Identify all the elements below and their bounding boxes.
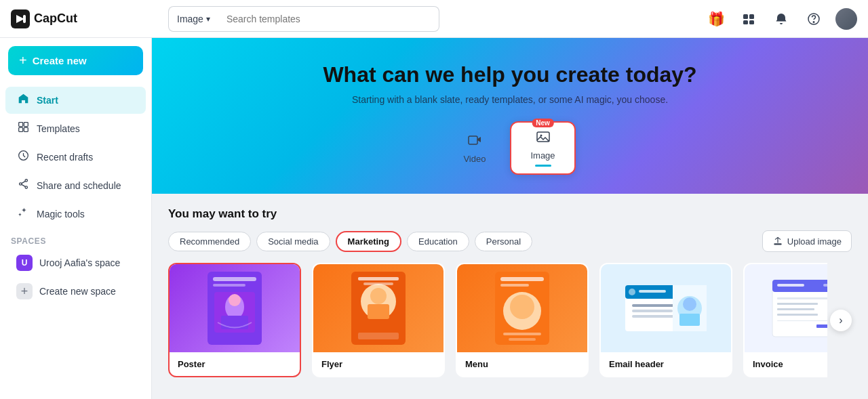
hero-tab-image[interactable]: New Image bbox=[510, 121, 575, 175]
cards-row: Poster bbox=[168, 263, 827, 377]
logo-text: CapCut bbox=[34, 12, 77, 26]
search-type-label: Image bbox=[177, 14, 203, 24]
clock-icon bbox=[16, 150, 30, 165]
card-poster[interactable]: Poster bbox=[168, 263, 301, 377]
card-thumb-invoice bbox=[745, 264, 827, 352]
cards-container: Poster bbox=[168, 263, 852, 377]
chevron-down-icon: ▾ bbox=[206, 14, 210, 24]
avatar[interactable] bbox=[835, 8, 857, 30]
filter-row: Recommended Social media Marketing Educa… bbox=[168, 230, 852, 252]
topbar: CapCut Image ▾ 🎁 bbox=[0, 0, 868, 38]
card-label-invoice: Invoice bbox=[745, 352, 827, 376]
scroll-right-button[interactable]: › bbox=[830, 310, 852, 331]
card-email-header[interactable]: Email header bbox=[599, 263, 732, 377]
hero-banner: What can we help you create today? Start… bbox=[152, 38, 868, 194]
card-menu[interactable]: Menu bbox=[456, 263, 589, 377]
sidebar-item-start-label: Start bbox=[37, 95, 58, 106]
create-new-button[interactable]: + Create new bbox=[8, 46, 143, 75]
card-label-menu: Menu bbox=[457, 352, 587, 376]
tab-underline bbox=[535, 165, 551, 167]
email-illustration bbox=[618, 272, 713, 345]
card-label-email-header: Email header bbox=[601, 352, 731, 376]
svg-rect-57 bbox=[823, 284, 827, 287]
svg-rect-3 bbox=[749, 14, 754, 19]
hero-tab-video[interactable]: Video bbox=[444, 126, 505, 171]
sidebar-item-templates-label: Templates bbox=[37, 123, 80, 134]
card-label-poster: Poster bbox=[170, 352, 300, 376]
poster-illustration bbox=[208, 272, 262, 345]
svg-rect-16 bbox=[469, 136, 477, 144]
svg-rect-61 bbox=[777, 308, 814, 310]
upload-image-button[interactable]: Upload image bbox=[762, 230, 852, 252]
svg-point-14 bbox=[25, 186, 27, 188]
svg-rect-59 bbox=[777, 303, 818, 305]
filter-recommended[interactable]: Recommended bbox=[168, 232, 251, 251]
sidebar-item-share[interactable]: Share and schedule bbox=[5, 172, 146, 199]
svg-rect-10 bbox=[18, 127, 22, 131]
capcut-logo-icon bbox=[11, 9, 30, 28]
svg-rect-65 bbox=[777, 320, 827, 321]
card-thumb-menu bbox=[457, 264, 587, 352]
search-bar: Image ▾ bbox=[168, 6, 439, 32]
svg-rect-8 bbox=[18, 123, 22, 127]
sidebar-item-recent[interactable]: Recent drafts bbox=[5, 144, 146, 171]
main-layout: + Create new Start Templates Recent draf… bbox=[0, 38, 868, 399]
svg-rect-30 bbox=[368, 304, 389, 319]
card-thumb-poster bbox=[170, 264, 300, 352]
filter-education[interactable]: Education bbox=[407, 232, 469, 251]
card-label-flyer: Flyer bbox=[313, 352, 443, 376]
templates-icon bbox=[16, 121, 30, 136]
svg-rect-1 bbox=[23, 15, 26, 23]
svg-rect-21 bbox=[213, 277, 256, 281]
svg-rect-58 bbox=[777, 297, 827, 299]
sidebar-item-start[interactable]: Start bbox=[5, 87, 146, 114]
image-tab-icon bbox=[536, 129, 551, 148]
gift-button[interactable]: 🎁 bbox=[705, 8, 727, 30]
video-tab-icon bbox=[467, 133, 482, 151]
create-new-label: Create new bbox=[33, 55, 87, 66]
svg-rect-52 bbox=[679, 314, 700, 326]
svg-rect-35 bbox=[500, 277, 544, 281]
svg-rect-63 bbox=[777, 314, 818, 316]
sidebar-item-recent-label: Recent drafts bbox=[37, 152, 93, 163]
card-invoice[interactable]: Invoice bbox=[743, 263, 827, 377]
main-content: What can we help you create today? Start… bbox=[152, 38, 868, 399]
search-type-dropdown[interactable]: Image ▾ bbox=[168, 6, 218, 32]
svg-point-15 bbox=[19, 183, 21, 185]
filter-social-media[interactable]: Social media bbox=[256, 232, 330, 251]
space-avatar-urooj: U bbox=[16, 255, 33, 271]
svg-rect-36 bbox=[500, 284, 529, 287]
sidebar-item-magic-label: Magic tools bbox=[37, 209, 85, 219]
notification-button[interactable] bbox=[770, 8, 792, 30]
sidebar-space-urooj[interactable]: U Urooj Aafia's space bbox=[5, 249, 146, 276]
sidebar-create-space[interactable]: + Create new space bbox=[5, 278, 146, 305]
topbar-right: 🎁 bbox=[705, 8, 857, 30]
invoice-illustration bbox=[762, 272, 827, 345]
svg-rect-56 bbox=[777, 284, 804, 287]
section-title: You may want to try bbox=[168, 207, 852, 221]
hero-tabs: Video New Image bbox=[179, 121, 841, 175]
help-button[interactable] bbox=[803, 8, 825, 30]
filter-personal[interactable]: Personal bbox=[475, 232, 532, 251]
svg-rect-9 bbox=[24, 123, 28, 127]
svg-point-29 bbox=[370, 288, 387, 304]
svg-point-7 bbox=[813, 21, 814, 22]
menu-illustration bbox=[495, 272, 549, 345]
layout-button[interactable] bbox=[738, 8, 760, 30]
svg-rect-45 bbox=[639, 290, 666, 293]
svg-point-51 bbox=[683, 297, 696, 311]
svg-rect-19 bbox=[774, 243, 781, 245]
svg-rect-48 bbox=[632, 315, 679, 318]
space-name-urooj: Urooj Aafia's space bbox=[39, 257, 120, 268]
svg-point-13 bbox=[25, 180, 27, 182]
hero-tab-image-label: Image bbox=[530, 150, 555, 161]
card-flyer[interactable]: Flyer bbox=[312, 263, 445, 377]
card-thumb-flyer bbox=[313, 264, 443, 352]
magic-icon bbox=[16, 207, 30, 222]
filter-marketing[interactable]: Marketing bbox=[336, 231, 401, 252]
search-input[interactable] bbox=[218, 6, 439, 32]
svg-rect-22 bbox=[213, 284, 245, 287]
upload-label: Upload image bbox=[787, 236, 842, 247]
sidebar-item-magic[interactable]: Magic tools bbox=[5, 201, 146, 228]
sidebar-item-templates[interactable]: Templates bbox=[5, 115, 146, 142]
